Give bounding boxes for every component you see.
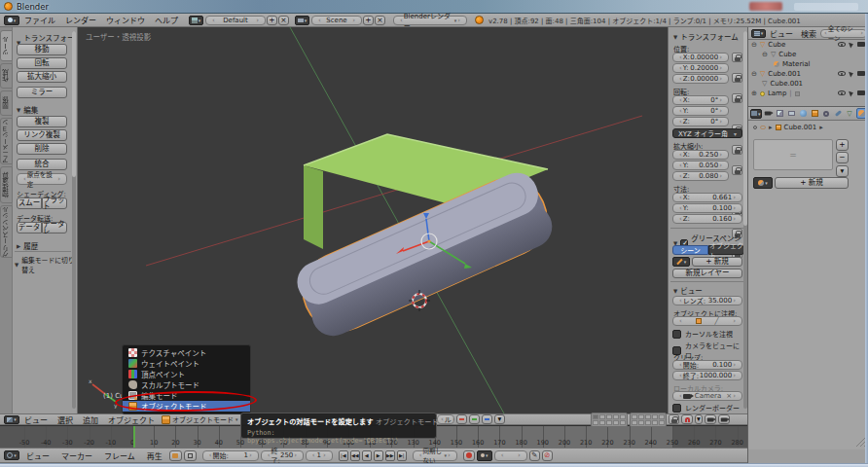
- layers-grid-1[interactable]: [591, 413, 628, 427]
- snap-mode-dropdown[interactable]: ▾: [695, 414, 703, 424]
- pin-icon[interactable]: [753, 126, 757, 129]
- frame-start-field[interactable]: 開始:1: [202, 450, 259, 461]
- rotation-mode-dropdown[interactable]: XYZ オイラー角: [672, 128, 742, 138]
- viewport-menu-view[interactable]: ビュー: [19, 414, 53, 425]
- transfer-data-layout-button[interactable]: データレ: [42, 222, 67, 234]
- gp-source-object-button[interactable]: オブジェクト: [708, 245, 744, 255]
- last-operator-panel[interactable]: 編集モードに切り替え: [15, 255, 77, 274]
- rotation-y-field[interactable]: Y:0°: [672, 106, 729, 116]
- props-tab-scene[interactable]: [786, 108, 797, 119]
- viewport-menu-add[interactable]: 追加: [78, 414, 103, 425]
- manipulator-rotate-icon[interactable]: [469, 414, 480, 424]
- scale-x-field[interactable]: X:0.250: [672, 150, 729, 160]
- eye-icon[interactable]: [838, 71, 846, 76]
- translate-button[interactable]: 移動: [17, 44, 67, 55]
- shelf-tab-relations[interactable]: 関係: [0, 90, 13, 116]
- menu-file[interactable]: ファイル: [19, 15, 60, 25]
- editor-type-button[interactable]: [4, 16, 19, 25]
- view-panel-header[interactable]: ビュー: [673, 285, 703, 296]
- menu-render[interactable]: レンダー: [60, 15, 101, 25]
- preview-range-icon[interactable]: [169, 450, 182, 461]
- render-icon[interactable]: [857, 42, 865, 47]
- new-material-button[interactable]: + 新規: [775, 177, 849, 189]
- location-z-field[interactable]: Z:0.00000: [672, 74, 729, 84]
- viewport-menu-select[interactable]: 選択: [53, 414, 78, 425]
- dimension-x-field[interactable]: X:0.661: [672, 193, 742, 202]
- gp-new-layer-button[interactable]: 新規レイヤー: [672, 269, 742, 278]
- snap-magnet-icon[interactable]: [681, 414, 693, 424]
- timeline-menu-playback[interactable]: 再生: [142, 450, 167, 461]
- outliner-row-cube001[interactable]: ⊖▽Cube.001: [748, 69, 868, 79]
- render-opengl-icon[interactable]: [705, 414, 716, 424]
- duplicate-linked-button[interactable]: リンク複製: [17, 129, 67, 141]
- shade-flat-button[interactable]: フラット: [42, 198, 67, 209]
- set-origin-dropdown[interactable]: 原点を設定: [17, 173, 67, 185]
- shelf-tab-animation[interactable]: アニメーション: [0, 118, 13, 164]
- gp-new-button[interactable]: + 新規: [692, 257, 742, 267]
- outliner-row-cube[interactable]: ⊖▽Cube: [748, 40, 868, 50]
- rotate-button[interactable]: 回転: [17, 57, 67, 69]
- lock-object-field[interactable]: ╱: [672, 316, 742, 326]
- outliner-editor-type-button[interactable]: [751, 29, 766, 38]
- add-material-slot-button[interactable]: +: [836, 139, 849, 151]
- menu-item-weight-paint[interactable]: ウェイトペイント: [123, 358, 250, 369]
- timeline-menu-frame[interactable]: フレーム: [99, 450, 140, 461]
- scale-button[interactable]: 拡大縮小: [17, 71, 67, 83]
- screen-layout-field[interactable]: Default: [205, 16, 266, 25]
- select-icon[interactable]: [849, 70, 854, 77]
- clip-start-field[interactable]: 開始:0.100: [672, 360, 742, 370]
- lock-icon[interactable]: [732, 145, 742, 155]
- screen-layout-icon[interactable]: [189, 16, 203, 25]
- scene-icon[interactable]: [295, 16, 309, 25]
- lens-field[interactable]: レンズ:35.000: [672, 296, 742, 305]
- gp-source-scene-button[interactable]: シーン: [672, 245, 708, 255]
- panel-header-edit[interactable]: 編集: [17, 104, 38, 115]
- select-icon[interactable]: [849, 41, 854, 48]
- delete-layout-button[interactable]: ×: [278, 16, 289, 25]
- lock-icon[interactable]: [732, 165, 742, 175]
- render-opengl-anim-icon[interactable]: [718, 414, 730, 424]
- jump-to-end-button[interactable]: ▶|: [397, 450, 407, 461]
- manipulator-orientation-icon[interactable]: ▾: [494, 414, 505, 424]
- props-tab-render[interactable]: [763, 108, 774, 119]
- dimension-y-field[interactable]: Y:0.100: [672, 203, 742, 213]
- local-camera-field[interactable]: Camera×: [672, 391, 742, 401]
- scene-field[interactable]: Scene: [311, 16, 362, 25]
- browse-material-icon[interactable]: [753, 177, 773, 189]
- outliner-row-cube-data[interactable]: ⊖▽Cube: [748, 50, 868, 59]
- mode-dropdown[interactable]: オブジェクトモード▾: [162, 414, 238, 424]
- remove-material-slot-button[interactable]: −: [836, 152, 849, 163]
- add-layout-button[interactable]: +: [267, 16, 277, 25]
- viewport-menu-object[interactable]: オブジェクト: [103, 414, 160, 425]
- jump-to-start-button[interactable]: |◀: [339, 450, 348, 461]
- props-tab-render-layers[interactable]: [775, 108, 785, 119]
- outliner-row-lamp[interactable]: ⊕Lamp|: [748, 89, 868, 98]
- render-border-row[interactable]: レンダーボーダー: [672, 403, 740, 413]
- material-slot-list[interactable]: =: [753, 139, 833, 170]
- render-icon[interactable]: [857, 90, 865, 95]
- props-tab-object[interactable]: [810, 108, 820, 119]
- props-tab-constraints[interactable]: [821, 108, 832, 119]
- menu-item-sculpt-mode[interactable]: スカルプトモード: [123, 379, 250, 390]
- timeline-menu-marker[interactable]: マーカー: [56, 450, 97, 461]
- prev-keyframe-button[interactable]: ◀◀: [350, 450, 360, 461]
- outliner-row-material[interactable]: Material: [748, 59, 868, 69]
- insert-keyframe-icon[interactable]: ✎: [529, 450, 540, 461]
- scale-z-field[interactable]: Z:0.080: [672, 171, 729, 181]
- lock-icon[interactable]: [732, 53, 742, 62]
- current-frame-field[interactable]: 1: [306, 450, 333, 461]
- record-button[interactable]: [463, 450, 475, 461]
- play-button[interactable]: ▶: [374, 450, 383, 461]
- add-scene-button[interactable]: +: [363, 16, 374, 25]
- timeline-editor-type-button[interactable]: [4, 450, 19, 460]
- rotation-x-field[interactable]: X:0°: [672, 95, 729, 105]
- current-frame-line[interactable]: [133, 426, 135, 448]
- transfer-data-button[interactable]: データ: [17, 222, 42, 234]
- keying-set-dropdown[interactable]: [477, 450, 492, 461]
- render-icon[interactable]: [857, 71, 865, 76]
- npanel-transform-header[interactable]: トランスフォーム: [673, 31, 739, 42]
- render-engine-dropdown[interactable]: Blenderレンダー▾: [393, 16, 467, 25]
- select-icon[interactable]: [849, 90, 854, 96]
- eye-icon[interactable]: [838, 90, 846, 95]
- duplicate-button[interactable]: 複製: [17, 116, 67, 127]
